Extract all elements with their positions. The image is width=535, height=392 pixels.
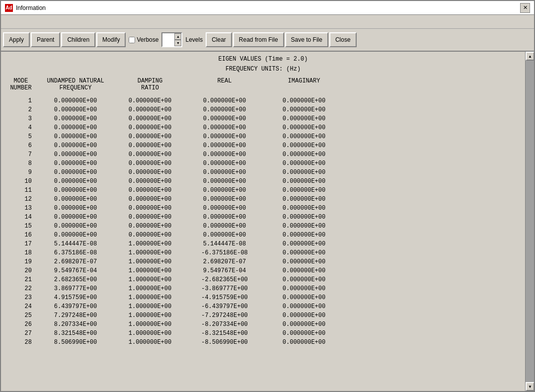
cell-freq: 8.506990E+00 xyxy=(36,338,115,347)
read-from-file-button[interactable]: Read from File xyxy=(233,32,284,47)
cell-mode: 15 xyxy=(6,222,36,231)
cell-damp: 0.000000E+00 xyxy=(115,123,185,132)
eigen-values-header: EIGEN VALUES (Time = 2.0) xyxy=(6,56,520,63)
cell-freq: 0.000000E+00 xyxy=(36,105,115,114)
cell-damp: 0.000000E+00 xyxy=(115,231,185,239)
cell-freq: 0.000000E+00 xyxy=(36,204,115,213)
cell-real: -7.297248E+00 xyxy=(185,311,264,320)
cell-mode: 5 xyxy=(6,132,36,141)
cell-freq: 0.000000E+00 xyxy=(36,96,115,105)
content-area: EIGEN VALUES (Time = 2.0) FREQUENCY UNIT… xyxy=(1,52,534,391)
close-window-button[interactable]: ✕ xyxy=(520,3,530,13)
cell-freq: 0.000000E+00 xyxy=(36,177,115,186)
cell-freq: 0.000000E+00 xyxy=(36,150,115,159)
cell-mode: 18 xyxy=(6,248,36,257)
cell-mode: 6 xyxy=(6,141,36,150)
table-row: 6 0.000000E+00 0.000000E+00 0.000000E+00… xyxy=(6,141,520,150)
cell-real: -8.321548E+00 xyxy=(185,329,264,338)
table-row: 24 6.439797E+00 1.000000E+00 -6.439797E+… xyxy=(6,302,520,311)
app-icon: Ad xyxy=(5,4,13,12)
cell-mode: 25 xyxy=(6,311,36,320)
verbose-checkbox-label[interactable]: Verbose xyxy=(127,36,160,43)
table-row: 18 6.375186E-08 1.000000E+00 -6.375186E-… xyxy=(6,248,520,257)
modify-button[interactable]: Modify xyxy=(96,32,126,47)
cell-mode: 1 xyxy=(6,96,36,105)
scroll-track[interactable] xyxy=(526,61,534,382)
title-bar: Ad Information ✕ xyxy=(1,1,534,15)
cell-freq: 0.000000E+00 xyxy=(36,231,115,239)
clear-button[interactable]: Clear xyxy=(206,32,232,47)
apply-button[interactable]: Apply xyxy=(3,32,30,47)
level-control[interactable]: 1 ▲ ▼ xyxy=(161,32,182,47)
cell-freq: 0.000000E+00 xyxy=(36,132,115,141)
cell-damp: 1.000000E+00 xyxy=(115,248,185,257)
cell-damp: 0.000000E+00 xyxy=(115,150,185,159)
cell-imag: 0.000000E+00 xyxy=(264,186,344,195)
cell-imag: 0.000000E+00 xyxy=(264,159,344,168)
cell-damp: 0.000000E+00 xyxy=(115,159,185,168)
cell-imag: 0.000000E+00 xyxy=(264,338,344,347)
cell-freq: 0.000000E+00 xyxy=(36,222,115,231)
cell-real: 0.000000E+00 xyxy=(185,114,264,123)
table-row: 25 7.297248E+00 1.000000E+00 -7.297248E+… xyxy=(6,311,520,320)
cell-imag: 0.000000E+00 xyxy=(264,248,344,257)
cell-freq: 0.000000E+00 xyxy=(36,186,115,195)
cell-freq: 0.000000E+00 xyxy=(36,195,115,204)
cell-real: -4.915759E+00 xyxy=(185,293,264,302)
save-to-file-button[interactable]: Save to File xyxy=(285,32,328,47)
cell-imag: 0.000000E+00 xyxy=(264,239,344,248)
cell-damp: 0.000000E+00 xyxy=(115,222,185,231)
table-row: 7 0.000000E+00 0.000000E+00 0.000000E+00… xyxy=(6,150,520,159)
cell-mode: 11 xyxy=(6,186,36,195)
cell-damp: 1.000000E+00 xyxy=(115,311,185,320)
cell-mode: 23 xyxy=(6,293,36,302)
cell-mode: 28 xyxy=(6,338,36,347)
col-header-mode: MODE NUMBER xyxy=(6,78,36,91)
cell-damp: 1.000000E+00 xyxy=(115,257,185,266)
cell-freq: 2.682365E+00 xyxy=(36,275,115,284)
parent-button[interactable]: Parent xyxy=(31,32,60,47)
cell-mode: 16 xyxy=(6,231,36,239)
cell-freq: 0.000000E+00 xyxy=(36,114,115,123)
data-panel[interactable]: EIGEN VALUES (Time = 2.0) FREQUENCY UNIT… xyxy=(1,52,525,391)
cell-real: 5.144447E-08 xyxy=(185,239,264,248)
cell-damp: 1.000000E+00 xyxy=(115,239,185,248)
cell-mode: 13 xyxy=(6,204,36,213)
cell-freq: 6.439797E+00 xyxy=(36,302,115,311)
level-input[interactable]: 1 xyxy=(162,35,174,44)
toolbar: Apply Parent Children Modify Verbose 1 ▲… xyxy=(1,29,534,52)
cell-damp: 0.000000E+00 xyxy=(115,204,185,213)
col-header-imaginary: IMAGINARY xyxy=(264,78,344,91)
title-bar-left: Ad Information xyxy=(5,4,46,12)
cell-damp: 0.000000E+00 xyxy=(115,132,185,141)
data-header: EIGEN VALUES (Time = 2.0) FREQUENCY UNIT… xyxy=(6,56,520,73)
cell-imag: 0.000000E+00 xyxy=(264,311,344,320)
cell-freq: 6.375186E-08 xyxy=(36,248,115,257)
scroll-up-button[interactable]: ▲ xyxy=(526,52,534,61)
cell-imag: 0.000000E+00 xyxy=(264,177,344,186)
close-button[interactable]: Close xyxy=(329,32,357,47)
cell-real: 0.000000E+00 xyxy=(185,159,264,168)
table-row: 13 0.000000E+00 0.000000E+00 0.000000E+0… xyxy=(6,204,520,213)
cell-imag: 0.000000E+00 xyxy=(264,141,344,150)
scroll-down-button[interactable]: ▼ xyxy=(526,382,534,391)
verbose-checkbox[interactable] xyxy=(129,37,135,43)
table-row: 2 0.000000E+00 0.000000E+00 0.000000E+00… xyxy=(6,105,520,114)
cell-damp: 0.000000E+00 xyxy=(115,105,185,114)
cell-imag: 0.000000E+00 xyxy=(264,96,344,105)
cell-freq: 4.915759E+00 xyxy=(36,293,115,302)
cell-real: 0.000000E+00 xyxy=(185,204,264,213)
table-row: 21 2.682365E+00 1.000000E+00 -2.682365E+… xyxy=(6,275,520,284)
level-up-arrow[interactable]: ▲ xyxy=(174,33,181,40)
cell-mode: 10 xyxy=(6,177,36,186)
table-row: 14 0.000000E+00 0.000000E+00 0.000000E+0… xyxy=(6,213,520,222)
cell-real: 0.000000E+00 xyxy=(185,96,264,105)
children-button[interactable]: Children xyxy=(61,32,95,47)
level-down-arrow[interactable]: ▼ xyxy=(174,40,181,46)
cell-imag: 0.000000E+00 xyxy=(264,266,344,275)
cell-damp: 1.000000E+00 xyxy=(115,293,185,302)
cell-real: -8.506990E+00 xyxy=(185,338,264,347)
cell-mode: 26 xyxy=(6,320,36,329)
levels-label: Levels xyxy=(183,36,205,43)
cell-real: 0.000000E+00 xyxy=(185,231,264,239)
